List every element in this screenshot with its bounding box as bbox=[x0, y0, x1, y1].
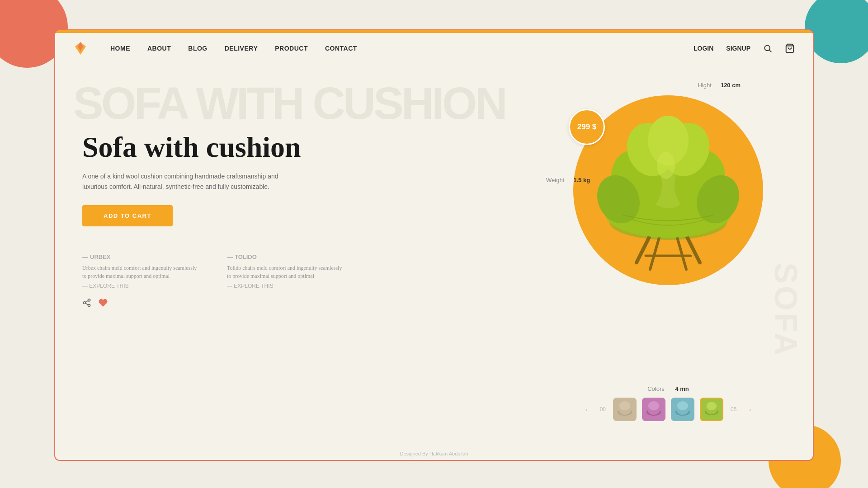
product-title: Sofa with cushion bbox=[82, 131, 542, 163]
logo-icon bbox=[73, 41, 88, 56]
color-next-arrow[interactable]: → bbox=[744, 404, 753, 415]
color-next-count: 05 bbox=[731, 406, 736, 413]
colors-label: Colors 4 mn bbox=[647, 385, 689, 392]
colors-section: Colors 4 mn ← 00 bbox=[542, 385, 795, 421]
svg-line-9 bbox=[85, 301, 88, 302]
color-prev-count: 00 bbox=[600, 406, 606, 413]
main-card: HOME ABOUT BLOG DELIVERY PRODUCT CONTACT… bbox=[54, 29, 814, 461]
svg-point-34 bbox=[677, 401, 688, 410]
price-value: 299 $ bbox=[577, 122, 597, 131]
feature-card-tolido: —TOLIDO Tolido chairs meld comfort and i… bbox=[227, 253, 344, 289]
share-icon[interactable] bbox=[82, 298, 91, 310]
footer-credit: Designed By Hakkam Abdullah bbox=[400, 451, 468, 456]
nav-links: HOME ABOUT BLOG DELIVERY PRODUCT CONTACT bbox=[110, 45, 693, 52]
product-description: A one of a kind wool cushion combining h… bbox=[82, 171, 299, 192]
colors-row: ← 00 bbox=[584, 398, 753, 421]
svg-line-8 bbox=[85, 303, 88, 305]
search-icon[interactable] bbox=[763, 44, 772, 53]
color-swatch-green[interactable] bbox=[700, 398, 723, 421]
login-button[interactable]: LOGIN bbox=[693, 45, 713, 52]
color-prev-arrow[interactable]: ← bbox=[584, 404, 593, 415]
color-swatch-purple[interactable] bbox=[642, 398, 665, 421]
nav-contact[interactable]: CONTACT bbox=[325, 45, 357, 52]
nav-about[interactable]: ABOUT bbox=[147, 45, 171, 52]
favorite-icon[interactable] bbox=[99, 298, 108, 310]
navbar: HOME ABOUT BLOG DELIVERY PRODUCT CONTACT… bbox=[55, 33, 813, 64]
svg-point-28 bbox=[619, 401, 630, 410]
price-badge: 299 $ bbox=[569, 109, 605, 145]
svg-line-14 bbox=[677, 238, 686, 269]
nav-blog[interactable]: BLOG bbox=[188, 45, 207, 52]
svg-point-7 bbox=[88, 305, 90, 307]
spec-weight-label: Weight bbox=[546, 177, 564, 183]
hero-section: SOFA WITH CUSHION Sofa with cushion A on… bbox=[55, 64, 813, 457]
feature-card-tolido-explore[interactable]: — EXPLORE THIS bbox=[227, 283, 344, 289]
sofa-watermark: SOFA bbox=[768, 263, 804, 358]
color-swatch-beige[interactable] bbox=[613, 398, 637, 421]
nav-home[interactable]: HOME bbox=[110, 45, 130, 52]
feature-card-urbex-explore[interactable]: — EXPLORE THIS bbox=[82, 283, 200, 289]
feature-card-urbex-desc: Urbex chairs meld comfort and ingenuity … bbox=[82, 264, 200, 280]
svg-line-3 bbox=[769, 50, 772, 52]
cart-icon[interactable] bbox=[785, 43, 795, 53]
svg-point-2 bbox=[764, 45, 770, 51]
svg-point-5 bbox=[88, 299, 90, 301]
hero-right: Hight 120 cm 299 $ Weight 1.5 kg bbox=[542, 73, 795, 448]
decorative-blob-top-right bbox=[805, 0, 868, 63]
color-swatch-blue[interactable] bbox=[671, 398, 694, 421]
chair-image bbox=[578, 82, 759, 276]
nav-right: LOGIN SIGNUP bbox=[693, 43, 795, 53]
logo[interactable] bbox=[73, 41, 88, 56]
feature-card-urbex-title: —URBEX bbox=[82, 253, 200, 260]
svg-line-13 bbox=[650, 238, 659, 269]
feature-cards: —URBEX Urbex chairs meld comfort and ing… bbox=[82, 253, 542, 289]
nav-delivery[interactable]: DELIVERY bbox=[225, 45, 258, 52]
svg-point-25 bbox=[657, 152, 675, 179]
svg-line-11 bbox=[637, 235, 650, 263]
svg-point-6 bbox=[84, 302, 86, 304]
nav-product[interactable]: PRODUCT bbox=[275, 45, 308, 52]
svg-point-31 bbox=[648, 401, 659, 410]
add-to-cart-button[interactable]: ADD TO CART bbox=[82, 205, 173, 226]
feature-card-tolido-title: —TOLIDO bbox=[227, 253, 344, 260]
watermark-text: SOFA WITH CUSHION bbox=[73, 77, 505, 129]
svg-point-37 bbox=[707, 402, 717, 410]
hero-left: SOFA WITH CUSHION Sofa with cushion A on… bbox=[82, 73, 542, 448]
feature-card-tolido-desc: Tolido chairs meld comfort and ingenuity… bbox=[227, 264, 344, 280]
colors-value: 4 mn bbox=[675, 385, 689, 392]
signup-button[interactable]: SIGNUP bbox=[726, 45, 750, 52]
feature-card-urbex: —URBEX Urbex chairs meld comfort and ing… bbox=[82, 253, 200, 289]
svg-line-12 bbox=[686, 235, 700, 263]
colors-label-text: Colors bbox=[647, 385, 665, 392]
card-footer bbox=[82, 298, 542, 310]
